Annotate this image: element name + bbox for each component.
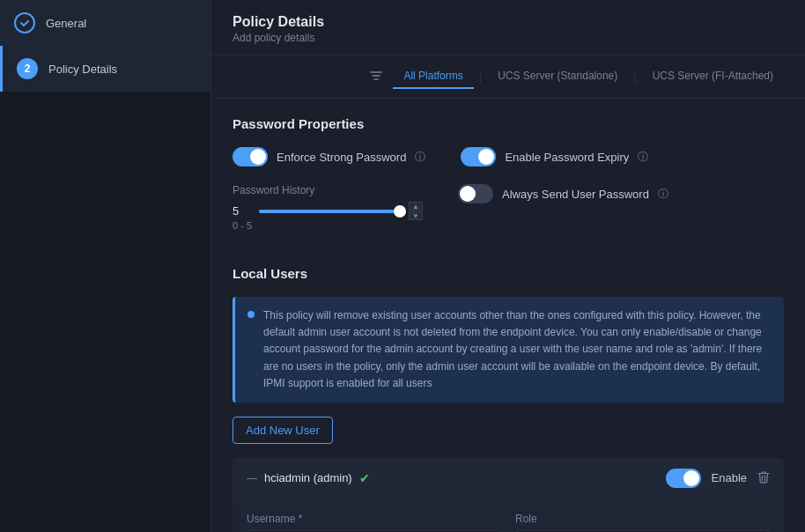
password-history-slider[interactable] (259, 210, 400, 213)
main-content: Policy Details Add policy details All Pl… (211, 0, 805, 532)
policy-details-step-badge: 2 (17, 58, 38, 79)
username-field: Username * ✕ ⓘ (247, 513, 501, 532)
enforce-strong-password-item: Enforce Strong Password ⓘ (233, 147, 425, 166)
enable-password-expiry-toggle[interactable] (461, 147, 496, 166)
sidebar-item-policy-details[interactable]: 2 Policy Details (0, 46, 210, 92)
password-history-item: Password History 5 ▲ ▼ 0 - 5 (233, 184, 423, 231)
filter-icon (370, 70, 382, 85)
info-text: This policy will remove existing user ac… (263, 307, 772, 392)
local-users-section: Local Users This policy will remove exis… (233, 266, 784, 532)
role-label: Role (515, 513, 770, 525)
user-card-header: — hciadmin (admin) ✔ Enable (233, 458, 784, 499)
tab-all-platforms[interactable]: All Platforms (393, 64, 473, 89)
slider-buttons: ▲ ▼ (409, 202, 423, 220)
user-card-left: — hciadmin (admin) ✔ (247, 471, 370, 485)
user-card-right: Enable (666, 469, 770, 488)
delete-user-icon[interactable] (757, 470, 770, 486)
enforce-strong-password-label: Enforce Strong Password (277, 151, 406, 164)
info-dot (247, 311, 255, 318)
password-prop-row-2: Password History 5 ▲ ▼ 0 - 5 (233, 184, 784, 248)
password-properties-section: Password Properties Enforce Strong Passw… (233, 116, 784, 248)
password-properties-title: Password Properties (233, 116, 784, 131)
role-field: Role admin read-only user ▾ ⓘ (515, 513, 770, 532)
general-label: General (46, 17, 86, 30)
always-send-password-toggle[interactable] (458, 184, 493, 203)
slider-row: 5 ▲ ▼ (233, 202, 423, 220)
password-history-label: Password History (233, 184, 423, 196)
general-step-badge (14, 12, 35, 33)
policy-details-label: Policy Details (48, 63, 117, 76)
password-history-value: 5 (233, 204, 250, 218)
password-history-range: 0 - 5 (233, 220, 423, 231)
password-prop-row-1: Enforce Strong Password ⓘ Enable Passwor… (233, 147, 784, 166)
enable-label: Enable (712, 471, 747, 484)
local-users-info-box: This policy will remove existing user ac… (233, 297, 784, 403)
always-send-password-label: Always Send User Password (502, 188, 649, 201)
user-display-name: hciadmin (admin) (264, 471, 352, 484)
content-area: Password Properties Enforce Strong Passw… (211, 99, 805, 532)
always-send-password-item: Always Send User Password ⓘ (458, 184, 668, 203)
add-new-user-button[interactable]: Add New User (233, 417, 333, 444)
page-title: Policy Details (233, 14, 784, 30)
user-enable-toggle[interactable] (666, 469, 701, 488)
page-header: Policy Details Add policy details (211, 0, 805, 55)
sidebar-item-general[interactable]: General (0, 0, 210, 46)
enable-password-expiry-item: Enable Password Expiry ⓘ (461, 147, 648, 166)
expiry-info-icon: ⓘ (638, 150, 648, 165)
enforce-strong-password-toggle[interactable] (233, 147, 268, 166)
collapse-icon[interactable]: — (247, 472, 257, 484)
sidebar: General 2 Policy Details (0, 0, 211, 532)
tab-ucs-fi[interactable]: UCS Server (FI-Attached) (642, 64, 784, 89)
local-users-title: Local Users (233, 266, 784, 281)
user-form: Username * ✕ ⓘ Role admin (233, 499, 784, 532)
enable-password-expiry-label: Enable Password Expiry (505, 151, 629, 164)
slider-down-btn[interactable]: ▼ (409, 211, 423, 220)
verified-icon: ✔ (359, 471, 370, 485)
tab-ucs-standalone[interactable]: UCS Server (Standalone) (487, 64, 628, 89)
enforce-strong-info-icon: ⓘ (415, 150, 425, 165)
slider-up-btn[interactable]: ▲ (409, 202, 423, 211)
page-subtitle: Add policy details (233, 32, 784, 44)
user-card: — hciadmin (admin) ✔ Enable (233, 458, 784, 532)
platform-tabs-bar: All Platforms | UCS Server (Standalone) … (211, 55, 805, 99)
username-label: Username * (247, 513, 501, 525)
always-send-info-icon: ⓘ (658, 187, 668, 202)
